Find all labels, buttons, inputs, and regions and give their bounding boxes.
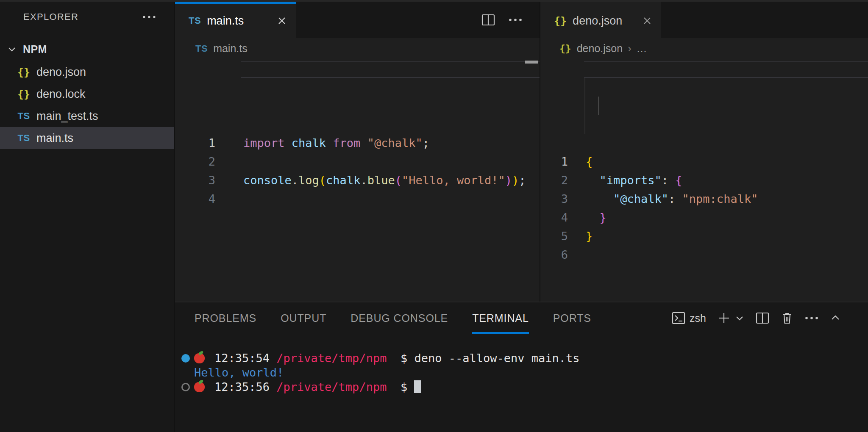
line-number[interactable]: 2 — [175, 152, 215, 171]
typescript-file-icon: TS — [17, 111, 31, 122]
tab-main-ts[interactable]: TS main.ts — [175, 2, 296, 38]
terminal-output[interactable]: 12:35:54 /private/tmp/npm $ deno --allow… — [181, 351, 868, 394]
editor-actions — [481, 2, 540, 38]
vscode-window: EXPLORER NPM {}deno.json{}deno.lockTSmai… — [0, 0, 868, 432]
terminal-prompt-line: 12:35:56 /private/tmp/npm $ — [181, 380, 868, 394]
breadcrumb: TS main.ts — [175, 38, 540, 59]
code-editor-deno-json[interactable]: 1{2 "imports": {3 "@chalk": "npm:chalk"4… — [540, 59, 868, 302]
prompt-cwd: /private/tmp/npm — [276, 352, 387, 365]
tab-label: main.ts — [207, 14, 244, 28]
tab-label: deno.json — [573, 14, 622, 28]
close-icon[interactable] — [276, 15, 287, 26]
apple-emoji-icon — [194, 353, 205, 363]
panel-tab-debug-console[interactable]: DEBUG CONSOLE — [351, 302, 448, 334]
code-line-1: 1import chalk from "@chalk"; — [175, 134, 540, 152]
kill-terminal-trash-icon[interactable] — [781, 311, 793, 325]
prompt-timestamp: 12:35:54 — [214, 352, 276, 365]
explorer-more-actions-icon[interactable] — [142, 14, 156, 19]
code-text: } — [568, 227, 868, 246]
panel-tab-ports[interactable]: PORTS — [553, 302, 591, 334]
line-number[interactable]: 4 — [540, 208, 568, 227]
command-decoration-outline-icon[interactable] — [181, 383, 190, 391]
editor-group-main-ts: TS main.ts TS main.ts — [175, 2, 540, 302]
code-text — [568, 246, 868, 264]
panel-more-actions-icon[interactable] — [804, 316, 819, 321]
overview-ruler-cursor — [525, 61, 538, 64]
terminal-shell-item[interactable]: zsh — [672, 311, 706, 325]
line-number[interactable]: 3 — [540, 190, 568, 208]
chevron-down-icon — [7, 44, 18, 55]
explorer-header: EXPLORER — [0, 2, 174, 32]
file-row-deno-lock[interactable]: {}deno.lock — [0, 83, 174, 105]
bottom-panel: PROBLEMSOUTPUTDEBUG CONSOLETERMINALPORTS… — [175, 302, 868, 432]
code-line-1: 1{ — [540, 152, 868, 171]
split-editor-icon[interactable] — [481, 13, 495, 27]
close-icon[interactable] — [642, 15, 653, 26]
panel-tab-terminal[interactable]: TERMINAL — [472, 302, 529, 334]
file-label: main.ts — [36, 132, 73, 145]
explorer-sidebar: EXPLORER NPM {}deno.json{}deno.lockTSmai… — [0, 2, 175, 432]
terminal-icon — [672, 311, 685, 325]
line-number[interactable]: 5 — [540, 227, 568, 246]
tab-bar: TS main.ts — [175, 2, 540, 38]
terminal-prompt-line: 12:35:54 /private/tmp/npm $ deno --allow… — [181, 351, 868, 366]
panel-tab-output[interactable]: OUTPUT — [281, 302, 326, 334]
sidebar-section-npm[interactable]: NPM — [0, 37, 174, 61]
code-text: "imports": { — [568, 171, 868, 190]
file-label: deno.lock — [36, 88, 86, 101]
code-text: "@chalk": "npm:chalk" — [568, 190, 868, 208]
json-file-icon: {} — [559, 43, 571, 54]
file-row-deno-json[interactable]: {}deno.json — [0, 61, 174, 83]
tab-bar: {} deno.json — [540, 2, 868, 38]
code-line-3: 3 "@chalk": "npm:chalk" — [540, 190, 868, 208]
section-label: NPM — [23, 43, 47, 55]
terminal-command: $ deno --allow-env main.ts — [387, 352, 579, 365]
json-file-icon: {} — [554, 15, 567, 27]
shell-label: zsh — [690, 312, 706, 324]
code-line-6: 6 — [540, 246, 868, 264]
editor-groups: TS main.ts TS main.ts — [175, 2, 868, 302]
code-text — [215, 152, 540, 171]
split-terminal-icon[interactable] — [755, 311, 770, 325]
json-file-icon: {} — [17, 66, 31, 78]
code-editor-main-ts[interactable]: 1import chalk from "@chalk";23console.lo… — [175, 59, 540, 302]
new-terminal-icon[interactable] — [717, 311, 731, 325]
breadcrumb-ellipsis[interactable]: … — [636, 42, 647, 55]
breadcrumb-separator: › — [628, 42, 631, 55]
code-line-2: 2 "imports": { — [540, 171, 868, 190]
line-number[interactable]: 2 — [540, 171, 568, 190]
terminal-output-line: Hello, world! — [181, 366, 868, 380]
terminal-cursor — [414, 380, 421, 393]
apple-emoji-icon — [194, 382, 205, 392]
prompt-timestamp: 12:35:56 — [214, 380, 276, 393]
command-decoration-filled-icon[interactable] — [181, 354, 190, 363]
code-line-2: 2 — [175, 152, 540, 171]
line-number[interactable]: 1 — [540, 152, 568, 171]
line-number[interactable]: 3 — [175, 171, 215, 190]
line-number[interactable]: 4 — [175, 190, 215, 208]
code-text: console.log(chalk.blue("Hello, world!"))… — [215, 171, 540, 190]
code-line-5: 5} — [540, 227, 868, 246]
terminal-command: $ — [387, 380, 414, 393]
file-list: {}deno.json{}deno.lockTSmain_test.tsTSma… — [0, 61, 174, 149]
code-line-3: 3console.log(chalk.blue("Hello, world!")… — [175, 171, 540, 190]
terminal-output-text: Hello, world! — [194, 366, 284, 379]
line-number[interactable]: 6 — [540, 246, 568, 264]
panel-tab-problems[interactable]: PROBLEMS — [195, 302, 256, 334]
code-line-4: 4 } — [540, 208, 868, 227]
file-label: deno.json — [36, 66, 86, 79]
terminal-dropdown-chevron-icon[interactable] — [735, 313, 744, 323]
tab-deno-json[interactable]: {} deno.json — [540, 2, 661, 38]
breadcrumb-item[interactable]: deno.json — [577, 42, 623, 55]
code-text — [215, 190, 540, 208]
line-number[interactable]: 1 — [175, 134, 215, 152]
more-actions-icon[interactable] — [508, 17, 523, 22]
current-line-highlight — [584, 61, 868, 78]
file-row-main-ts[interactable]: TSmain.ts — [0, 127, 174, 149]
terminal-toolbar: zsh — [672, 302, 868, 334]
breadcrumb-item[interactable]: main.ts — [213, 42, 248, 55]
file-row-main_test-ts[interactable]: TSmain_test.ts — [0, 105, 174, 127]
typescript-file-icon: TS — [195, 43, 208, 54]
maximize-panel-chevron-up-icon[interactable] — [830, 313, 841, 323]
indent-guide — [584, 78, 585, 134]
